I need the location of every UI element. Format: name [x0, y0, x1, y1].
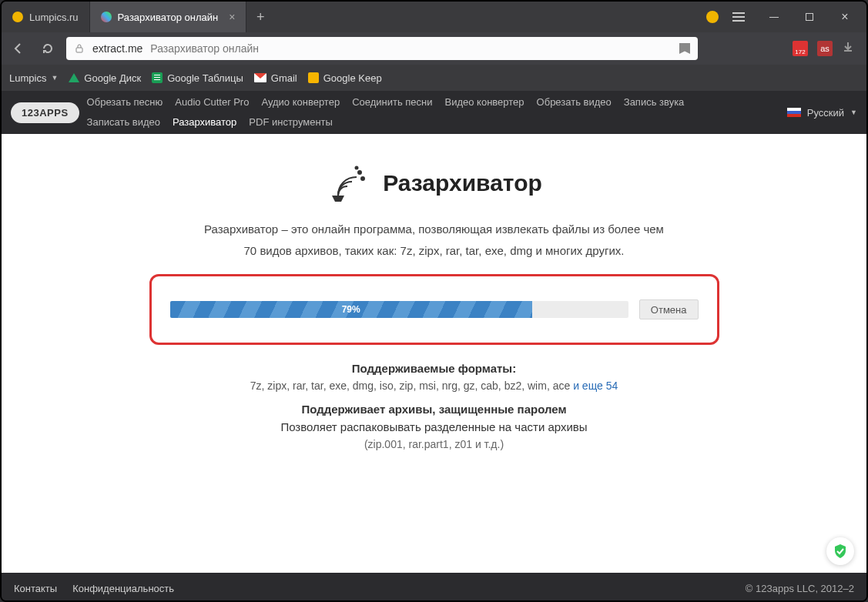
nav-link[interactable]: Запись звука [624, 94, 685, 111]
coin-icon[interactable] [706, 11, 719, 23]
minimize-button[interactable] [759, 2, 789, 32]
page-title: Разархиватор [383, 170, 542, 196]
nav-link[interactable]: PDF инструменты [249, 114, 333, 131]
svg-point-3 [356, 167, 358, 169]
nav-link[interactable]: Видео конвертер [445, 94, 524, 111]
footer-link-contacts[interactable]: Контакты [14, 583, 57, 594]
browser-tab-bar: Lumpics.ru Разархиватор онлайн × + × [2, 2, 866, 32]
lead-line-1: Разархиватор – это онлайн программа, поз… [149, 220, 719, 239]
svg-point-2 [361, 177, 364, 180]
url-field[interactable]: extract.me Разархиватор онлайн [66, 37, 698, 60]
bookmark-gmail[interactable]: Gmail [254, 72, 297, 84]
address-bar: extract.me Разархиватор онлайн 172 as [2, 32, 866, 65]
site-navigation: 123APPS Обрезать песнюAudio Cutter ProАу… [2, 91, 866, 134]
new-tab-button[interactable]: + [246, 2, 274, 32]
bookmark-label: Google Keep [323, 72, 382, 84]
hero: Разархиватор [149, 162, 719, 205]
bookmark-label: Google Диск [84, 72, 141, 84]
nav-link[interactable]: Обрезать песню [87, 94, 163, 111]
upload-progress-bar: 79% [170, 301, 628, 318]
favicon-lumpics [12, 12, 23, 22]
bookmark-google-sheets[interactable]: Google Таблицы [152, 72, 243, 84]
tab-extract-me[interactable]: Разархиватор онлайн × [90, 2, 247, 32]
url-domain: extract.me [92, 42, 142, 55]
language-label: Русский [807, 107, 844, 119]
back-button[interactable] [8, 38, 29, 59]
footer-link-privacy[interactable]: Конфиденциальность [72, 583, 174, 594]
split-archive-text-1: Позволяет распаковывать разделенные на ч… [149, 420, 719, 433]
google-keep-icon [308, 72, 319, 83]
password-support-text: Поддерживает архивы, защищенные паролем [149, 403, 719, 416]
lastfm-icon[interactable]: as [817, 41, 833, 56]
google-sheets-icon [152, 72, 163, 83]
bookmark-label: Google Таблицы [167, 72, 243, 84]
supported-formats-heading: Поддерживаемые форматы: [149, 362, 719, 375]
site-footer: Контакты Конфиденциальность © 123apps LL… [2, 573, 866, 602]
svg-point-1 [358, 171, 361, 174]
progress-percent-label: 79% [342, 304, 360, 315]
bookmark-label: Gmail [271, 72, 297, 84]
language-selector[interactable]: Русский ▼ [787, 107, 857, 119]
google-drive-icon [69, 73, 79, 82]
site-logo[interactable]: 123APPS [11, 102, 79, 123]
bookmarks-bar: Lumpics ▼ Google Диск Google Таблицы Gma… [2, 65, 866, 91]
site-links: Обрезать песнюAudio Cutter ProАудио конв… [87, 94, 688, 131]
flag-ru-icon [787, 108, 801, 117]
nav-link[interactable]: Соединить песни [352, 94, 432, 111]
cancel-button[interactable]: Отмена [639, 299, 699, 319]
menu-icon[interactable] [723, 12, 754, 22]
calendar-badge-icon[interactable]: 172 [793, 41, 808, 56]
security-shield-icon[interactable] [826, 537, 854, 565]
gmail-icon [254, 73, 266, 82]
reload-button[interactable] [37, 38, 59, 59]
favicon-extract-me [101, 12, 112, 22]
svg-rect-0 [76, 48, 82, 52]
maximize-button[interactable] [794, 2, 825, 32]
nav-link[interactable]: Audio Cutter Pro [175, 94, 249, 111]
bookmark-lumpics[interactable]: Lumpics ▼ [9, 72, 58, 84]
unarchiver-icon [326, 162, 369, 205]
bookmark-google-keep[interactable]: Google Keep [308, 72, 382, 84]
bookmark-icon[interactable] [679, 43, 690, 54]
bookmark-label: Lumpics [9, 72, 46, 84]
lead-line-2: 70 видов архивов, таких как: 7z, zipx, r… [149, 242, 719, 260]
bookmark-google-drive[interactable]: Google Диск [69, 72, 141, 84]
downloads-icon[interactable] [842, 41, 854, 56]
url-page-title: Разархиватор онлайн [150, 42, 259, 55]
tab-title: Разархиватор онлайн [118, 12, 219, 23]
close-window-button[interactable]: × [829, 2, 860, 32]
upload-panel: 79% Отмена [149, 274, 719, 345]
chevron-down-icon: ▼ [51, 74, 58, 82]
nav-link[interactable]: Разархиватор [173, 114, 236, 131]
nav-link[interactable]: Аудио конвертер [261, 94, 340, 111]
more-formats-link[interactable]: и еще 54 [573, 380, 618, 392]
tab-title: Lumpics.ru [29, 12, 79, 23]
nav-link[interactable]: Записать видео [87, 114, 160, 131]
chevron-down-icon: ▼ [850, 109, 857, 116]
split-archive-text-2: (zip.001, rar.part1, z01 и т.д.) [149, 438, 719, 450]
tab-lumpics[interactable]: Lumpics.ru [2, 2, 90, 32]
page-content: Разархиватор Разархиватор – это онлайн п… [2, 134, 866, 573]
footer-copyright: © 123apps LLC, 2012–2 [746, 583, 854, 594]
lock-icon [74, 43, 85, 54]
nav-link[interactable]: Обрезать видео [537, 94, 612, 111]
supported-formats-list: 7z, zipx, rar, tar, exe, dmg, iso, zip, … [149, 380, 719, 392]
close-tab-icon[interactable]: × [229, 11, 235, 23]
